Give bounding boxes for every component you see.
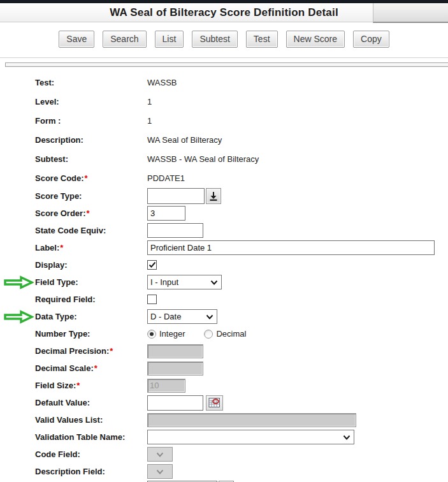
- control-decimal-scale: [147, 362, 203, 376]
- value-subtest: WASSB - WA Seal of Bilteracy: [147, 154, 259, 164]
- control-score-type: [147, 188, 221, 204]
- calendar-icon: [208, 397, 220, 408]
- label-state-code-equiv: State Code Equiv:: [35, 226, 147, 235]
- label-score-type: Score Type:: [35, 191, 147, 201]
- row-score-type: Score Type:: [35, 187, 448, 205]
- label-required-field: Required Field:: [35, 295, 147, 304]
- copy-button[interactable]: Copy: [353, 31, 389, 48]
- number-type-radio-decimal[interactable]: [204, 330, 213, 339]
- row-valid-values-list: Valid Values List:: [35, 411, 448, 428]
- control-description: WA Seal of Bilteracy: [147, 135, 222, 145]
- field-size-disabled-input: 10: [147, 379, 185, 393]
- value-level: 1: [147, 97, 152, 106]
- label-data-type: Data Type:: [35, 312, 147, 321]
- number-type-option-0: Integer: [147, 329, 185, 339]
- label-code-field: Code Field:: [35, 449, 147, 459]
- control-validation-table-name: [147, 430, 354, 444]
- divider-bar: [5, 62, 448, 67]
- label-decimal-scale: Decimal Scale:*: [35, 363, 147, 373]
- row-subtest: Subtest:WASSB - WA Seal of Bilteracy: [35, 149, 448, 168]
- state-code-equiv-input[interactable]: [147, 223, 203, 238]
- control-score-code: PDDATE1: [147, 173, 185, 183]
- label-description-field: Description Field:: [35, 467, 147, 476]
- score-type-lookup-button[interactable]: [206, 188, 221, 204]
- divider-line: [0, 57, 448, 58]
- required-marker: *: [86, 208, 89, 218]
- code-field-select: [147, 447, 173, 462]
- value-score-code: PDDATE1: [147, 173, 185, 183]
- label-score-code: Score Code:*: [35, 173, 147, 183]
- score-order-input[interactable]: [147, 206, 185, 221]
- field-type-select[interactable]: I - Input: [147, 275, 222, 289]
- control-form: 1: [147, 116, 152, 126]
- row-required-field: Required Field:: [35, 291, 448, 308]
- control-data-type: D - Date: [147, 309, 217, 324]
- control-subtest: WASSB - WA Seal of Bilteracy: [147, 154, 259, 164]
- page: { "title": "WA Seal of Bilteracy Score D…: [0, 0, 448, 482]
- control-display: [147, 260, 157, 270]
- display-checkbox[interactable]: [147, 260, 157, 270]
- row-number-type: Number Type:IntegerDecimal: [35, 325, 448, 342]
- list-button[interactable]: List: [155, 31, 184, 48]
- validation-table-name-select[interactable]: [147, 430, 354, 444]
- chevron-down-icon: [343, 435, 350, 440]
- control-score-order: [147, 206, 185, 221]
- row-field-size: Field Size:*10: [35, 377, 448, 394]
- chevron-down-icon: [206, 314, 213, 319]
- label-description: Description:: [35, 135, 147, 145]
- new-score-button[interactable]: New Score: [286, 31, 345, 48]
- valid-values-list-disabled-input: [147, 413, 356, 427]
- label-number-type: Number Type:: [35, 329, 147, 339]
- green-arrow-annotation: [3, 310, 34, 324]
- search-button[interactable]: Search: [103, 31, 146, 48]
- row-default-value: Default Value:: [35, 394, 448, 411]
- lookup-arrow-icon: [209, 191, 218, 201]
- test-button[interactable]: Test: [246, 31, 278, 48]
- chevron-down-icon: [156, 452, 164, 457]
- green-arrow-icon: [3, 275, 34, 289]
- control-test: WASSB: [147, 78, 177, 87]
- checkmark-icon: [148, 261, 156, 268]
- row-score-order: Score Order:*: [35, 205, 448, 222]
- required-marker: *: [94, 363, 98, 373]
- label-subtest: Subtest:: [35, 154, 147, 164]
- number-type-option-label: Decimal: [216, 329, 246, 339]
- row-field-type: Field Type:I - Input: [35, 274, 448, 291]
- save-button[interactable]: Save: [59, 31, 94, 48]
- title-bar: WA Seal of Bilteracy Score Definition De…: [0, 3, 448, 22]
- control-label: [147, 240, 435, 255]
- required-marker: *: [110, 346, 113, 356]
- label-label: Label:*: [35, 243, 147, 252]
- chevron-down-icon: [210, 280, 218, 285]
- label-field-size: Field Size:*: [35, 381, 147, 390]
- default-value-input[interactable]: [147, 395, 203, 411]
- value-description: WA Seal of Bilteracy: [147, 135, 222, 145]
- control-field-type: I - Input: [147, 275, 222, 289]
- label-default-value: Default Value:: [35, 398, 147, 407]
- form: Test:WASSBLevel:1Form :1Description:WA S…: [0, 67, 448, 482]
- number-type-option-1: Decimal: [204, 329, 246, 339]
- number-type-radio-integer[interactable]: [147, 330, 156, 339]
- label-field-type: Field Type:: [35, 277, 147, 287]
- label-input[interactable]: [147, 240, 435, 255]
- score-type-input[interactable]: [147, 188, 205, 204]
- required-field-checkbox[interactable]: [147, 295, 157, 304]
- row-data-type: Data Type:D - Date: [35, 308, 448, 325]
- row-level: Level:1: [35, 92, 448, 111]
- radio-dot: [150, 332, 154, 336]
- control-code-field: [147, 447, 173, 462]
- row-label: Label:*: [35, 239, 448, 256]
- control-valid-values-list: [147, 413, 356, 427]
- subtest-button[interactable]: Subtest: [192, 31, 237, 48]
- label-validation-table-name: Validation Table Name:: [35, 432, 147, 442]
- required-marker: *: [60, 243, 63, 252]
- data-type-select[interactable]: D - Date: [147, 309, 217, 324]
- required-marker: *: [76, 381, 80, 390]
- control-state-code-equiv: [147, 223, 203, 238]
- default-value-calendar-button[interactable]: [206, 395, 223, 411]
- row-description: Description:WA Seal of Bilteracy: [35, 130, 448, 149]
- label-decimal-precision: Decimal Precision:*: [35, 346, 147, 356]
- row-form: Form :1: [35, 111, 448, 130]
- row-display: Display:: [35, 256, 448, 274]
- control-decimal-precision: [147, 344, 203, 358]
